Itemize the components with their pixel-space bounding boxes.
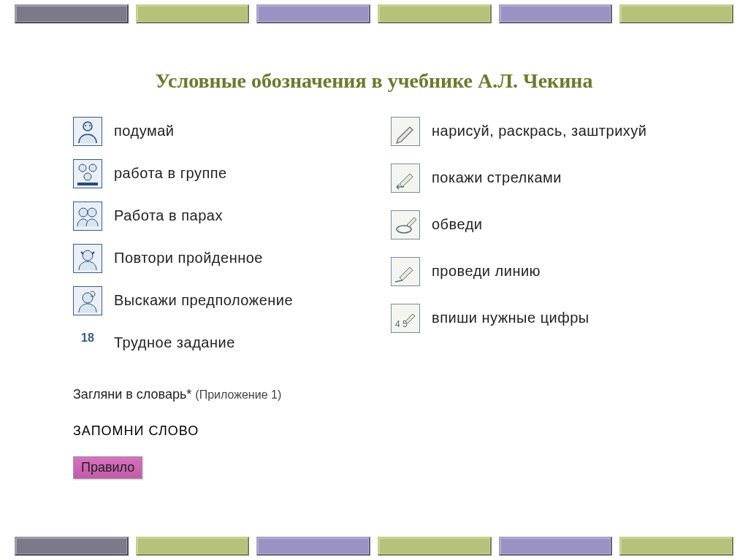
- svg-point-3: [79, 164, 86, 172]
- remember-word: ЗАПОМНИ СЛОВО: [73, 423, 199, 439]
- page-title: Условные обозначения в учебнике А.Л. Чек…: [0, 69, 748, 93]
- legend-label: Работа в парах: [114, 202, 223, 224]
- left-column: подумай работа в группе Работа в парах П…: [73, 117, 362, 364]
- dictionary-text: Загляни в словарь*: [73, 387, 191, 402]
- numbers-pencil-icon: 4 5: [391, 304, 420, 333]
- legend-row: покажи стрелками: [391, 164, 679, 193]
- dictionary-line: Загляни в словарь* (Приложение 1): [73, 387, 281, 402]
- legend-label: Повтори пройденное: [114, 244, 263, 266]
- deco-block: [15, 4, 129, 23]
- svg-point-4: [89, 164, 96, 172]
- deco-block: [619, 4, 733, 23]
- legend-content: подумай работа в группе Работа в парах П…: [73, 117, 679, 364]
- legend-label: проведи линию: [432, 257, 541, 280]
- think-person-icon: [73, 117, 102, 146]
- deco-block: [499, 4, 613, 23]
- pair-icon: [73, 202, 102, 231]
- legend-label: покажи стрелками: [432, 164, 562, 186]
- legend-row: проведи линию: [391, 257, 679, 286]
- appendix-text: (Приложение 1): [195, 388, 281, 401]
- legend-label: Выскажи предположение: [114, 286, 293, 309]
- deco-block: [619, 537, 733, 556]
- review-icon: [73, 244, 102, 273]
- deco-block: [136, 537, 250, 556]
- right-column: нарисуй, раскрась, заштрихуй покажи стре…: [391, 117, 679, 364]
- deco-block: [256, 4, 370, 23]
- pencil-icon: [391, 117, 420, 146]
- legend-label: работа в группе: [114, 159, 227, 182]
- legend-row: 18 Трудное задание: [73, 329, 362, 351]
- svg-point-9: [83, 250, 93, 261]
- legend-row: Повтори пройденное: [73, 244, 362, 273]
- svg-point-5: [84, 173, 91, 180]
- group-icon: [73, 159, 102, 188]
- deco-block: [499, 537, 613, 556]
- deco-block: [378, 537, 492, 556]
- legend-row: 4 5 впиши нужные цифры: [391, 304, 679, 333]
- rule-box: Правило: [73, 456, 142, 479]
- legend-row: подумай: [73, 117, 362, 146]
- svg-rect-6: [77, 183, 98, 185]
- deco-block: [15, 537, 129, 556]
- legend-label: нарисуй, раскрась, заштрихуй: [432, 117, 647, 139]
- top-border-strip: [0, 4, 748, 23]
- legend-row: обведи: [391, 210, 679, 239]
- legend-label: обведи: [432, 210, 483, 233]
- bottom-border-strip: [0, 537, 748, 556]
- legend-row: нарисуй, раскрась, заштрихуй: [391, 117, 679, 146]
- hard-task-number: 18: [73, 329, 102, 345]
- legend-row: Выскажи предположение: [73, 286, 362, 315]
- legend-label: впиши нужные цифры: [432, 304, 589, 326]
- svg-point-0: [83, 122, 92, 131]
- arrow-pencil-icon: [391, 164, 420, 193]
- suggest-icon: [73, 286, 102, 315]
- line-pencil-icon: [391, 257, 420, 286]
- legend-row: работа в группе: [73, 159, 362, 188]
- svg-point-2: [89, 125, 91, 126]
- svg-point-8: [88, 208, 96, 217]
- svg-point-10: [83, 293, 93, 303]
- svg-point-7: [79, 208, 88, 217]
- deco-block: [136, 4, 250, 23]
- legend-label: Трудное задание: [114, 329, 235, 351]
- legend-label: подумай: [114, 117, 175, 139]
- svg-point-1: [85, 125, 86, 126]
- circle-pencil-icon: [391, 210, 420, 239]
- legend-row: Работа в парах: [73, 202, 362, 231]
- deco-block: [378, 4, 492, 23]
- deco-block: [256, 537, 370, 556]
